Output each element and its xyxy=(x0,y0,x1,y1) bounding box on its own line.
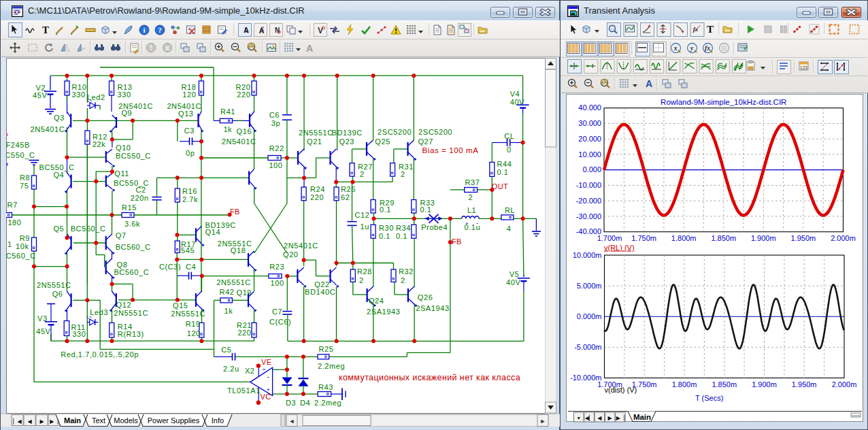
svg-text:C4: C4 xyxy=(186,263,196,271)
svg-text:75: 75 xyxy=(20,182,29,190)
svg-text:Info: Info xyxy=(212,416,224,425)
svg-text:BD139C: BD139C xyxy=(332,129,363,137)
svg-text:3p: 3p xyxy=(271,119,280,127)
svg-text:2SA1943: 2SA1943 xyxy=(416,304,449,312)
svg-text:X2: X2 xyxy=(245,367,255,375)
svg-text:A: A xyxy=(244,26,249,34)
svg-text:2N5551C: 2N5551C xyxy=(37,281,71,289)
svg-text:1k: 1k xyxy=(223,125,232,133)
svg-text:C560_C: C560_C xyxy=(6,252,36,260)
svg-text:T: T xyxy=(42,24,49,35)
svg-text:100: 100 xyxy=(271,279,284,287)
svg-text:Q10: Q10 xyxy=(116,144,131,152)
svg-text:545: 545 xyxy=(181,246,195,254)
svg-text:-5.000m: -5.000m xyxy=(574,343,601,351)
svg-text:-20.000: -20.000 xyxy=(576,197,601,205)
svg-text:330: 330 xyxy=(72,90,86,99)
svg-text:C550_C: C550_C xyxy=(6,151,35,159)
svg-text:Q26: Q26 xyxy=(418,293,433,301)
svg-text:45V: 45V xyxy=(36,327,50,335)
svg-text:2N5401C: 2N5401C xyxy=(31,125,65,133)
svg-text:-30.000: -30.000 xyxy=(576,212,601,220)
svg-text:Q13: Q13 xyxy=(178,110,194,118)
svg-text:Rowland-9M-simple_10kHz-dist.C: Rowland-9M-simple_10kHz-dist.CIR xyxy=(661,98,786,106)
svg-text:120: 120 xyxy=(187,329,201,337)
svg-text:1.800m: 1.800m xyxy=(671,234,697,242)
svg-text:A: A xyxy=(306,43,313,54)
svg-text:C3: C3 xyxy=(184,127,195,135)
svg-text:Q7: Q7 xyxy=(116,231,127,239)
svg-text:V3: V3 xyxy=(37,314,48,322)
svg-text:F245B: F245B xyxy=(6,141,30,149)
svg-text:180: 180 xyxy=(7,218,21,227)
svg-text:T: T xyxy=(707,24,714,35)
svg-text:2N5401C: 2N5401C xyxy=(284,242,318,250)
svg-text:2SC5200: 2SC5200 xyxy=(418,128,452,136)
svg-text:2N5551C: 2N5551C xyxy=(299,129,333,137)
svg-text:A: A xyxy=(97,44,101,48)
svg-text:BC560_C: BC560_C xyxy=(114,268,149,276)
svg-text:1.800m: 1.800m xyxy=(672,380,697,388)
svg-text:R41: R41 xyxy=(220,108,235,116)
svg-text:-: - xyxy=(267,373,269,380)
svg-text:R16: R16 xyxy=(182,187,197,195)
svg-text:100: 100 xyxy=(248,44,254,48)
svg-text:Q5: Q5 xyxy=(53,225,64,233)
svg-text:◀▏: ◀▏ xyxy=(585,414,593,421)
svg-text:Q25: Q25 xyxy=(375,137,390,146)
svg-text:1: 1 xyxy=(7,240,12,248)
svg-text:i: i xyxy=(143,26,145,34)
svg-text:R8: R8 xyxy=(20,173,30,182)
svg-text:R32: R32 xyxy=(399,267,414,276)
svg-text:10.000: 10.000 xyxy=(578,150,601,159)
svg-text:2N5551C: 2N5551C xyxy=(171,310,205,318)
svg-text:Probe4: Probe4 xyxy=(421,223,448,231)
svg-text:Bias = 100 mA: Bias = 100 mA xyxy=(422,146,479,154)
svg-text:x: x xyxy=(165,44,169,52)
svg-text:R34: R34 xyxy=(396,224,411,232)
svg-text:220: 220 xyxy=(310,193,324,201)
svg-text:Led3: Led3 xyxy=(90,308,108,316)
svg-text:0: 0 xyxy=(507,146,512,154)
svg-text:2N5551C: 2N5551C xyxy=(114,309,148,317)
svg-text:Power Supplies: Power Supplies xyxy=(148,416,200,425)
svg-text:1.950m: 1.950m xyxy=(791,234,816,242)
svg-text:1.700m: 1.700m xyxy=(597,234,622,242)
svg-text:0.1: 0.1 xyxy=(379,232,390,240)
svg-text:1.900m: 1.900m xyxy=(752,380,777,388)
svg-text:Main: Main xyxy=(633,413,651,421)
svg-text:▏◀: ▏◀ xyxy=(13,418,22,425)
svg-text:Q20: Q20 xyxy=(283,250,299,259)
svg-text:2.000m: 2.000m xyxy=(832,380,857,388)
svg-text:?: ? xyxy=(158,26,162,34)
svg-text:40.000: 40.000 xyxy=(578,103,601,112)
svg-text:C5: C5 xyxy=(221,346,231,354)
svg-text:Q23: Q23 xyxy=(339,137,355,146)
svg-text:▾: ▾ xyxy=(578,415,580,421)
svg-text:L1: L1 xyxy=(467,206,476,214)
svg-text:40V: 40V xyxy=(506,278,520,286)
svg-text:62: 62 xyxy=(341,193,350,201)
svg-text:FB: FB xyxy=(452,237,462,246)
svg-text:R19: R19 xyxy=(186,320,201,328)
svg-text:100: 100 xyxy=(601,80,607,84)
svg-text:Text: Text xyxy=(92,416,105,425)
svg-text:Q11: Q11 xyxy=(114,169,129,178)
svg-text:2.2meg: 2.2meg xyxy=(314,399,341,407)
svg-text:BD140C: BD140C xyxy=(305,288,335,296)
svg-text:CL: CL xyxy=(504,132,514,140)
svg-text:2SC5200: 2SC5200 xyxy=(378,128,412,136)
svg-text:!: ! xyxy=(150,44,152,52)
svg-text:◄: ◄ xyxy=(289,418,295,425)
svg-text:коммутационных искажений нет к: коммутационных искажений нет как класса xyxy=(339,373,520,382)
svg-text:R22: R22 xyxy=(269,144,284,152)
svg-text:220: 220 xyxy=(237,90,250,99)
svg-text:V5: V5 xyxy=(510,270,520,278)
svg-text:Q6: Q6 xyxy=(52,290,63,298)
svg-text:Q27: Q27 xyxy=(418,137,433,146)
svg-text:Red,1.7,0.015,.5,20p: Red,1.7,0.015,.5,20p xyxy=(61,350,139,359)
svg-text:Q12: Q12 xyxy=(116,301,132,309)
svg-text:123: 123 xyxy=(800,65,807,70)
svg-text:R15: R15 xyxy=(122,203,137,212)
svg-text:2.7k: 2.7k xyxy=(182,195,198,203)
